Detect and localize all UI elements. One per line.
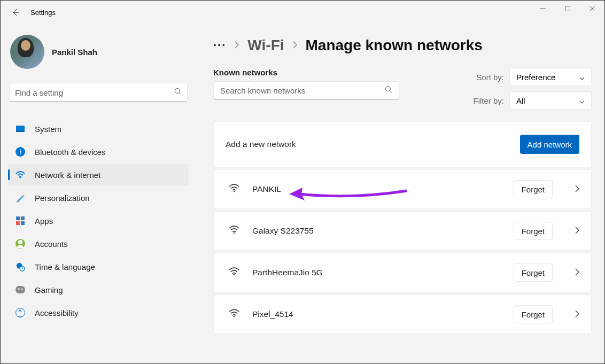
sidebar-item-label: System xyxy=(35,125,61,134)
search-field[interactable] xyxy=(15,88,174,97)
chevron-right-icon[interactable] xyxy=(575,268,579,277)
sidebar-item-label: Time & language xyxy=(35,262,95,272)
search-input[interactable] xyxy=(9,83,188,102)
bluetooth-icon: ᚼ xyxy=(15,147,25,157)
section-heading: Known networks xyxy=(213,68,473,77)
svg-point-8 xyxy=(20,266,25,271)
svg-point-6 xyxy=(19,176,21,178)
sidebar-item-personalization[interactable]: Personalization xyxy=(8,187,189,208)
page-title: Manage known networks xyxy=(306,37,483,54)
system-icon xyxy=(15,124,25,134)
network-name: ParthHeemaJio 5G xyxy=(252,268,501,277)
add-network-button[interactable]: Add network xyxy=(520,135,579,154)
sidebar-item-bluetooth[interactable]: ᚼ Bluetooth & devices xyxy=(8,141,189,162)
sidebar-item-label: Bluetooth & devices xyxy=(35,148,106,157)
chevron-right-icon[interactable] xyxy=(575,310,579,319)
sidebar-item-label: Gaming xyxy=(35,285,63,295)
sidebar-nav: System ᚼ Bluetooth & devices Network & i… xyxy=(7,118,190,323)
window-title: Settings xyxy=(30,9,56,17)
sidebar-item-label: Apps xyxy=(35,216,53,226)
minimize-button[interactable] xyxy=(531,1,555,17)
chevron-right-icon xyxy=(235,41,239,50)
filter-by-value: All xyxy=(516,96,525,105)
sort-by-label: Sort by: xyxy=(476,73,504,82)
network-row[interactable]: PANKIL Forget xyxy=(213,169,592,209)
svg-rect-1 xyxy=(565,6,570,11)
sidebar-item-accounts[interactable]: Accounts xyxy=(8,233,189,254)
network-row[interactable]: Pixel_4514 Forget xyxy=(213,295,592,334)
filter-by-label: Filter by: xyxy=(473,96,504,105)
add-network-label: Add a new network xyxy=(226,140,296,149)
wifi-icon xyxy=(229,184,239,195)
avatar xyxy=(10,35,44,69)
sidebar: Pankil Shah System ᚼ Bluetooth & devices… xyxy=(7,24,195,363)
forget-button[interactable]: Forget xyxy=(514,305,553,323)
chevron-down-icon xyxy=(579,96,585,105)
time-language-icon xyxy=(15,262,25,272)
apps-icon xyxy=(15,216,25,226)
back-button[interactable] xyxy=(5,2,26,23)
wifi-icon xyxy=(229,267,239,278)
chevron-down-icon xyxy=(579,73,585,82)
chevron-right-icon[interactable] xyxy=(575,185,579,194)
wifi-icon xyxy=(229,309,239,320)
breadcrumb-more[interactable]: ··· xyxy=(213,38,226,52)
sidebar-item-system[interactable]: System xyxy=(8,118,189,140)
network-icon xyxy=(15,170,25,180)
sidebar-item-accessibility[interactable]: Accessibility xyxy=(8,302,189,323)
forget-button[interactable]: Forget xyxy=(514,180,553,198)
network-row[interactable]: ParthHeemaJio 5G Forget xyxy=(213,253,592,292)
filter-by-select[interactable]: All xyxy=(509,91,592,110)
sort-by-value: Preference xyxy=(516,73,555,82)
sidebar-item-label: Personalization xyxy=(35,193,90,203)
main-content: ··· Wi-Fi Manage known networks Known ne… xyxy=(195,24,604,363)
svg-point-4 xyxy=(175,89,180,94)
network-row[interactable]: Galaxy S223755 Forget xyxy=(213,211,592,251)
user-name: Pankil Shah xyxy=(52,48,97,57)
svg-line-12 xyxy=(390,91,392,93)
sidebar-item-label: Accessibility xyxy=(35,308,79,317)
accounts-icon xyxy=(15,239,25,249)
sidebar-item-apps[interactable]: Apps xyxy=(8,210,189,231)
sidebar-item-network[interactable]: Network & internet xyxy=(8,164,189,185)
network-name: Galaxy S223755 xyxy=(252,226,501,236)
svg-point-15 xyxy=(234,274,235,275)
known-networks-search[interactable] xyxy=(213,81,399,99)
network-name: PANKIL xyxy=(252,184,501,194)
sidebar-item-gaming[interactable]: Gaming xyxy=(8,279,189,300)
svg-point-14 xyxy=(234,233,235,234)
personalization-icon xyxy=(15,193,25,203)
gaming-icon xyxy=(15,285,25,295)
sidebar-item-time[interactable]: Time & language xyxy=(8,256,189,277)
svg-point-13 xyxy=(234,191,235,192)
network-name: Pixel_4514 xyxy=(252,309,501,319)
wifi-icon xyxy=(229,226,239,236)
known-networks-search-field[interactable] xyxy=(220,86,385,95)
search-icon xyxy=(385,86,392,95)
forget-button[interactable]: Forget xyxy=(514,222,553,240)
forget-button[interactable]: Forget xyxy=(514,264,553,282)
maximize-button[interactable] xyxy=(555,1,580,17)
add-network-card: Add a new network Add network xyxy=(213,121,592,167)
breadcrumb: ··· Wi-Fi Manage known networks xyxy=(213,37,592,54)
svg-point-11 xyxy=(386,87,391,91)
sidebar-item-label: Network & internet xyxy=(35,171,100,180)
sidebar-item-label: Accounts xyxy=(35,239,68,249)
search-icon xyxy=(174,88,182,97)
breadcrumb-wifi[interactable]: Wi-Fi xyxy=(247,37,284,54)
svg-point-16 xyxy=(234,316,235,317)
sort-by-select[interactable]: Preference xyxy=(509,68,592,86)
chevron-right-icon[interactable] xyxy=(575,227,579,236)
close-button[interactable] xyxy=(580,1,604,17)
svg-line-5 xyxy=(180,93,182,95)
accessibility-icon xyxy=(15,308,25,317)
chevron-right-icon xyxy=(293,41,297,50)
user-section[interactable]: Pankil Shah xyxy=(7,24,190,83)
window-controls xyxy=(531,1,604,17)
